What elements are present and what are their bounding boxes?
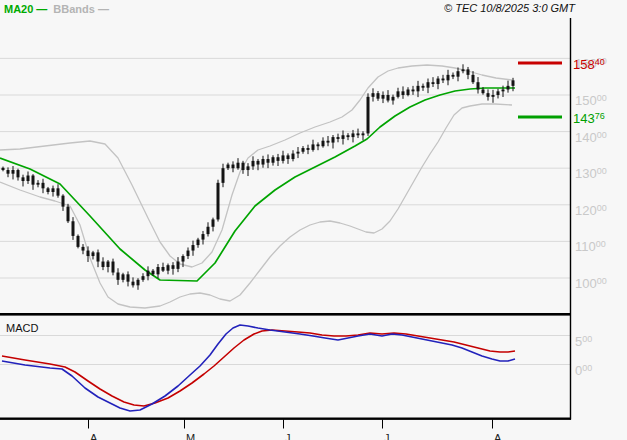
macd-axis-label-0: 000 [575,362,592,378]
macd-panel-title: MACD [6,322,38,334]
price-and-macd-plot [0,0,627,440]
x-axis-month-label-4: A [494,429,501,440]
y-axis-label-11000: 11000 [575,238,606,254]
x-axis-month-label-2: J [285,429,291,440]
macd-axis-label-500: 500 [575,333,592,349]
y-axis-label-15000: 15000 [575,92,607,108]
y-axis-label-10000: 10000 [575,275,607,291]
price-level-label-15840: 15840 [573,56,605,72]
x-axis-month-label-0: A [90,429,97,440]
y-axis-label-12000: 12000 [575,202,607,218]
chart-window: MA20—BBands— © TEC 10/8/2025 3:0 GMT MAC… [0,0,627,440]
price-level-label-14376: 14376 [573,110,605,126]
y-axis-label-13000: 13000 [575,165,607,181]
x-axis-month-label-3: J [384,429,390,440]
y-axis-label-14000: 14000 [575,129,607,145]
x-axis-month-label-1: M [186,429,195,440]
